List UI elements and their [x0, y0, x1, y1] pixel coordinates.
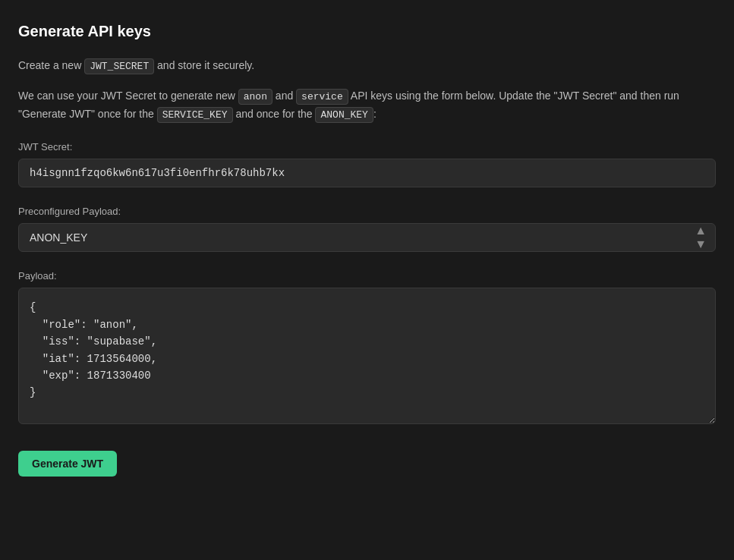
- anon-key-code-badge: ANON_KEY: [315, 107, 373, 123]
- page-title: Generate API keys: [18, 23, 716, 40]
- payload-label: Payload:: [18, 270, 716, 282]
- preconfigured-payload-field-group: Preconfigured Payload: ANON_KEYSERVICE_K…: [18, 206, 716, 252]
- desc2-and2: and once for the: [235, 108, 312, 120]
- desc1-prefix: Create a new: [18, 59, 81, 71]
- anon-code-badge: anon: [238, 89, 272, 105]
- generate-jwt-button[interactable]: Generate JWT: [18, 451, 117, 477]
- service-code-badge: service: [296, 89, 348, 105]
- jwt-secret-label: JWT Secret:: [18, 141, 716, 153]
- jwt-secret-field-group: JWT Secret:: [18, 141, 716, 187]
- desc1-suffix-text: and store it securely.: [157, 59, 254, 71]
- preconfigured-payload-select[interactable]: ANON_KEYSERVICE_KEY: [18, 223, 716, 252]
- description-line-1: Create a new JWT_SECRET and store it sec…: [18, 57, 716, 75]
- desc2-part1: We can use your JWT Secret to generate n…: [18, 90, 235, 102]
- preconfigured-payload-label: Preconfigured Payload:: [18, 206, 716, 217]
- desc2-and: and: [276, 90, 293, 102]
- jwt-secret-input[interactable]: [18, 159, 716, 187]
- payload-textarea[interactable]: [18, 288, 716, 424]
- service-key-code-badge: SERVICE_KEY: [157, 107, 233, 123]
- description-line-2: We can use your JWT Secret to generate n…: [18, 87, 716, 124]
- payload-field-group: Payload:: [18, 270, 716, 426]
- preconfigured-payload-select-wrapper: ANON_KEYSERVICE_KEY ▲ ▼: [18, 223, 716, 252]
- jwt-secret-code-badge: JWT_SECRET: [84, 58, 154, 74]
- desc2-colon: :: [373, 108, 376, 120]
